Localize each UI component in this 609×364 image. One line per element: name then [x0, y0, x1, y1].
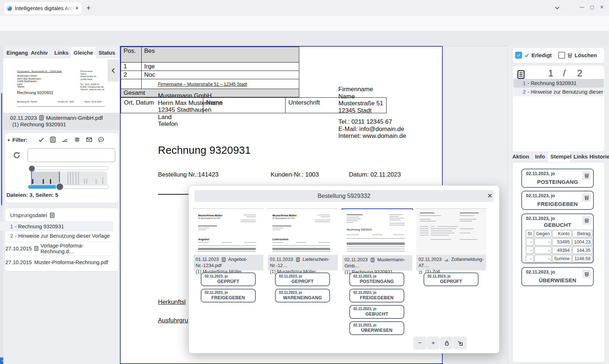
modal-export-button[interactable] — [454, 337, 467, 350]
page-row-1[interactable]: 1 - Rechnung 9320931 — [513, 79, 604, 88]
source-page-1[interactable]: 1 - Rechnung 9320931 — [0, 221, 113, 231]
site-favicon — [7, 5, 12, 11]
stamp-delete-button[interactable] — [582, 270, 591, 278]
stamp-geprueft[interactable]: 02.11.2023, joGEPRÜFT — [275, 272, 330, 286]
trash-icon — [567, 52, 573, 58]
tab-status[interactable]: Status — [99, 50, 115, 56]
file-date: 02.11.2023 — [10, 115, 37, 121]
tab-close-icon[interactable]: ✕ — [75, 5, 79, 11]
scroll-indicator — [1, 93, 2, 205]
browser-tab[interactable]: Intelligentes digitales Arch ✕ — [4, 2, 82, 14]
modal-zoom-out-button[interactable]: − — [413, 337, 426, 350]
zoom-slider-track[interactable] — [28, 185, 109, 189]
range-slider-handle[interactable] — [28, 165, 36, 172]
tab-links[interactable]: Links — [54, 50, 68, 56]
stamp-delete-button[interactable] — [582, 171, 591, 180]
modal-close-icon[interactable]: ✕ — [487, 192, 492, 200]
document-thumbnail[interactable]: Firmenname – Musterstraße 51 – 12345 Sta… — [11, 62, 106, 111]
bestellung-modal: Bestellung 5929332 ✕ Musterfirma Müller … — [188, 185, 500, 354]
tab-gleiche[interactable]: Gleiche — [74, 50, 93, 56]
doc-order-no: Bestellung Nr.:141423 — [158, 171, 218, 178]
tab-list-chevron-icon[interactable] — [554, 5, 560, 11]
tab-archiv[interactable]: Archiv — [31, 50, 48, 56]
linked-doc-zollanmeldung[interactable]: 02.11.2023 Zollanmeldung-AT… (1) Zoll — [416, 208, 487, 209]
doc-customer-no: Kunden-Nr.: 1003 — [271, 171, 319, 178]
filter-refresh-icon[interactable] — [13, 151, 21, 159]
stamp-posteingang[interactable]: 02.11.2023, joPOSTEINGANG — [349, 272, 404, 286]
zoom-slider-fill — [28, 185, 60, 189]
pager-total: 2 — [577, 68, 582, 79]
document-icon — [34, 246, 39, 251]
tab-eingang[interactable]: Eingang — [7, 50, 28, 56]
thumb-company: FirmennameName Musterstraße 5112345 Stad… — [80, 70, 96, 81]
range-slider-track[interactable] — [31, 166, 108, 170]
tab-historie[interactable]: Historie — [589, 153, 609, 160]
doc-thumbnail: Rechnung 9320931 — [342, 209, 412, 255]
stamp-gebucht[interactable]: 02.11.2023, jo GEBUCHT St Gegen Konto Be… — [521, 213, 594, 263]
window-minimize-button[interactable]: — — [580, 4, 584, 10]
modal-zoom-in-button[interactable]: + — [427, 337, 440, 350]
stamp-ueberwiesen[interactable]: 02.11.2023, joÜBERWIESEN — [521, 267, 594, 286]
window-close-button[interactable]: ✕ — [600, 4, 604, 10]
document-icon — [516, 70, 526, 79]
filter-bullet[interactable]: ► — [7, 138, 11, 142]
filter-mail-icon[interactable] — [86, 136, 92, 143]
browser-tab-bar: Intelligentes digitales Arch ✕ + — ▢ ✕ — [0, 0, 609, 16]
collapse-panel-button[interactable] — [108, 59, 119, 82]
stamp-freigegeben[interactable]: 02.11.2023, joFREIGEGEBEN — [201, 289, 256, 302]
thumb-title: Rechnung 9320931 — [17, 90, 53, 95]
linked-doc-angebot[interactable]: Musterfirma Müller Ihr Servicepartner fü… — [193, 208, 264, 209]
file-name: Mustermann-GmbH.pdf — [46, 115, 103, 121]
doc-ausfuhr-label: Ausfuhrgru — [158, 317, 188, 324]
loeschen-checkbox[interactable] — [558, 52, 565, 59]
zoom-slider-handle[interactable] — [56, 183, 64, 191]
document-icon — [39, 115, 44, 120]
tab-stempel[interactable]: Stempel — [550, 153, 571, 160]
pages-histogram — [31, 172, 107, 185]
filter-comment-icon[interactable] — [98, 136, 104, 143]
doc-items-table: Pos.Bes 1Irge 2Noc Gesamt — [121, 47, 299, 97]
stamp-wareneingang[interactable]: 02.11.2023, joWARENEINGANG — [275, 289, 330, 302]
window-maximize-button[interactable]: ▢ — [590, 4, 594, 10]
page-row-2[interactable]: 2 - Hinweise zur Benutzung dieser Vo… — [513, 88, 604, 96]
erledigt-checkbox[interactable] — [515, 52, 522, 59]
modal-header: Bestellung 5929332 — [195, 190, 493, 202]
chevron-left-icon — [110, 67, 117, 74]
doc-thumbnail — [416, 209, 486, 255]
linked-doc-lieferschein[interactable]: Musterfirma Müller Ihr Servicepartner fü… — [267, 208, 338, 209]
modal-lock-button[interactable] — [440, 337, 453, 350]
tab-info[interactable]: Info — [535, 153, 545, 160]
linked-doc-rechnung[interactable]: Rechnung 9320931 02.11.2023 Mustermann-G… — [342, 208, 413, 210]
doc-thumbnail: Musterfirma Müller Ihr Servicepartner fü… — [193, 209, 263, 255]
files-info: Dateien: 3, Seiten: 5 — [7, 192, 58, 198]
app-toolbar: .pdf 1 2 T − ○ + 1 / 2 — [0, 31, 609, 46]
filter-document-icon[interactable] — [50, 136, 56, 143]
stamp-geprueft[interactable]: 02.11.2023, joGEPRÜFT — [424, 272, 479, 286]
thumb-sender-line: Firmenname – Musterstraße 51 – 12345 Sta… — [17, 70, 62, 72]
stamp-delete-button[interactable] — [582, 216, 591, 225]
tab-title: Intelligentes digitales Arch — [15, 5, 74, 11]
tab-aktion[interactable]: Aktion — [512, 153, 529, 160]
filter-grid-icon[interactable] — [74, 136, 80, 143]
source-file-row[interactable]: 27.10.2015 Muster-Proforma-Rechnung.pdf — [0, 255, 113, 268]
pages-panel: 1 / 2 — [512, 65, 605, 152]
filter-check-icon[interactable] — [38, 136, 45, 143]
stamp-freigegeben[interactable]: 02.11.2023, joFREIGEGEBEN — [521, 191, 594, 210]
source-file-row[interactable]: 27.10.2015 Vorlage-Proforma-Rechnung.d… — [0, 242, 113, 255]
tab-links-r[interactable]: Links — [573, 153, 588, 160]
filter-scan-icon[interactable] — [62, 136, 68, 143]
erledigt-label: Erledigt — [531, 52, 552, 58]
stamp-posteingang[interactable]: 02.11.2023, joPOSTEINGANG — [521, 169, 594, 188]
filter-input[interactable] — [28, 148, 115, 162]
pager-separator: / — [563, 68, 566, 79]
doc-caption: 01.11.2023 Lieferschein-Nr.-12… (1) Must… — [268, 255, 338, 270]
stamp-freigegeben[interactable]: 02.11.2023, joFREIGEGEBEN — [349, 289, 404, 302]
stamp-gebucht[interactable]: 02.11.2023, joGEBUCHT — [349, 305, 404, 319]
stamp-delete-button[interactable] — [582, 193, 591, 202]
stamp-ueberwiesen[interactable]: 02.11.2023, joÜBERWIESEN — [349, 321, 404, 335]
left-scroll-rail[interactable] — [0, 46, 3, 364]
new-tab-button[interactable]: + — [86, 4, 91, 12]
source-page-2[interactable]: 2 - Hinweise zur Benutzung dieser Vorlag… — [0, 231, 113, 240]
stamp-geprueft[interactable]: 02.11.2023, joGEPRÜFT — [201, 272, 256, 286]
selected-file-row[interactable]: 02.11.2023 Mustermann-GmbH.pdf (1) Rechn… — [3, 113, 120, 130]
